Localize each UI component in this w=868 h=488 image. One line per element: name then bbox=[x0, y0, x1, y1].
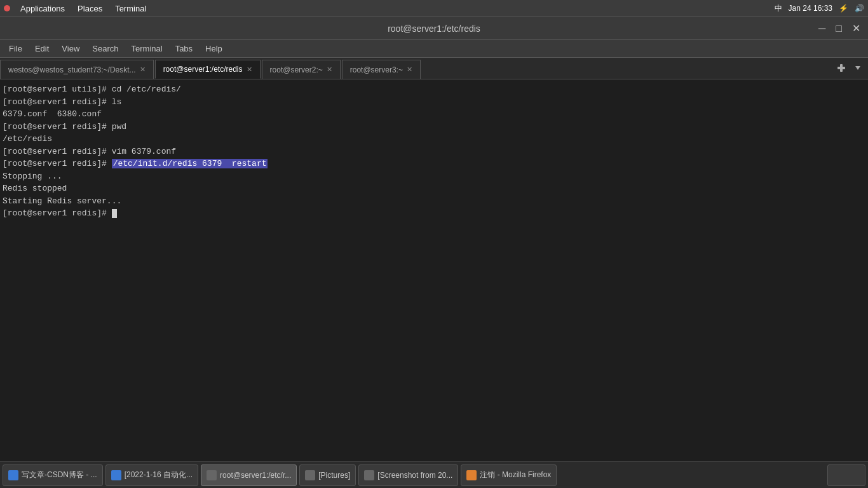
taskbar-item-screenshot[interactable]: [Screenshot from 20... bbox=[358, 464, 458, 486]
tab-server2[interactable]: root@server2:~ ✕ bbox=[262, 60, 341, 79]
svg-marker-2 bbox=[855, 66, 860, 70]
menu-file[interactable]: File bbox=[3, 43, 29, 55]
wifi-icon: ⚡ bbox=[839, 4, 848, 13]
taskbar-item-terminal[interactable]: root@server1:/etc/r... bbox=[201, 464, 297, 486]
taskbar: 写文章-CSDN博客 - ... [2022-1-16 自动化... root@… bbox=[0, 461, 868, 488]
highlighted-command: /etc/init.d/redis 6379 restart bbox=[112, 159, 268, 168]
top-bar-left: Applications Places Terminal bbox=[4, 3, 151, 15]
terminal-icon bbox=[207, 470, 217, 480]
tab-close-server1[interactable]: ✕ bbox=[247, 65, 252, 74]
tab-label-server2: root@server2:~ bbox=[270, 65, 323, 74]
taskbar-item-csdn[interactable]: 写文章-CSDN博客 - ... bbox=[3, 464, 103, 486]
applications-menu[interactable]: Applications bbox=[15, 3, 70, 15]
maximize-button[interactable]: □ bbox=[833, 23, 844, 34]
menu-help[interactable]: Help bbox=[199, 43, 229, 55]
tab-close-server3[interactable]: ✕ bbox=[407, 65, 412, 74]
line-7: [root@server1 redis]# /etc/init.d/redis … bbox=[3, 158, 865, 170]
tab-server3[interactable]: root@server3:~ ✕ bbox=[342, 60, 421, 79]
csdn-icon bbox=[8, 470, 18, 480]
line-3: 6379.conf 6380.conf bbox=[3, 108, 865, 121]
line-5: /etc/redis bbox=[3, 133, 865, 146]
line-11: [root@server1 redis]# bbox=[3, 207, 865, 220]
chrome-icon bbox=[111, 470, 121, 480]
tab-label-server3: root@server3:~ bbox=[350, 65, 403, 74]
line-1: [root@server1 utils]# cd /etc/redis/ bbox=[3, 83, 865, 96]
taskbar-label-terminal: root@server1:/etc/r... bbox=[220, 471, 291, 480]
window-controls: ─ □ ✕ bbox=[816, 22, 863, 34]
taskbar-label-chrome: [2022-1-16 自动化... bbox=[125, 470, 193, 480]
places-menu[interactable]: Places bbox=[72, 3, 107, 15]
line-10: Starting Redis server... bbox=[3, 195, 865, 208]
window-title: root@server1:/etc/redis bbox=[388, 24, 480, 34]
tab-westos[interactable]: westos@westos_student73:~/Deskt... ✕ bbox=[0, 60, 154, 79]
tabs-bar: westos@westos_student73:~/Deskt... ✕ roo… bbox=[0, 58, 868, 79]
line-8: Stopping ... bbox=[3, 170, 865, 183]
taskbar-label-pictures: [Pictures] bbox=[318, 471, 350, 480]
top-system-bar: Applications Places Terminal 中 Jan 24 16… bbox=[0, 0, 868, 17]
menu-terminal[interactable]: Terminal bbox=[125, 43, 169, 55]
line-4: [root@server1 redis]# pwd bbox=[3, 121, 865, 133]
taskbar-item-firefox[interactable]: 注销 - Mozilla Firefox bbox=[461, 464, 557, 486]
menu-bar: File Edit View Search Terminal Tabs Help bbox=[0, 40, 868, 58]
line-6: [root@server1 redis]# vim 6379.conf bbox=[3, 146, 865, 158]
minimize-button[interactable]: ─ bbox=[816, 23, 828, 34]
terminal-cursor bbox=[112, 209, 117, 218]
tab-label-server1: root@server1:/etc/redis bbox=[163, 65, 243, 74]
tab-close-westos[interactable]: ✕ bbox=[140, 65, 146, 74]
new-tab-button[interactable] bbox=[834, 60, 849, 76]
firefox-icon bbox=[466, 470, 477, 480]
terminal-window: root@server1:/etc/redis ─ □ ✕ File Edit … bbox=[0, 17, 868, 468]
volume-icon: 🔊 bbox=[855, 4, 864, 13]
terminal-content[interactable]: [root@server1 utils]# cd /etc/redis/ [ro… bbox=[0, 79, 868, 468]
top-bar-right: 中 Jan 24 16:33 ⚡ 🔊 bbox=[775, 3, 864, 14]
taskbar-item-pictures[interactable]: [Pictures] bbox=[299, 464, 356, 486]
title-bar: root@server1:/etc/redis ─ □ ✕ bbox=[0, 17, 868, 40]
tab-dropdown-button[interactable] bbox=[850, 60, 865, 76]
menu-edit[interactable]: Edit bbox=[29, 43, 55, 55]
close-button[interactable]: ✕ bbox=[850, 22, 863, 34]
datetime-label: Jan 24 16:33 bbox=[789, 4, 832, 13]
menu-search[interactable]: Search bbox=[86, 43, 125, 55]
taskbar-empty-slot bbox=[827, 464, 865, 486]
taskbar-item-chrome[interactable]: [2022-1-16 自动化... bbox=[105, 464, 198, 486]
input-method-icon: 中 bbox=[775, 3, 782, 14]
taskbar-label-csdn: 写文章-CSDN博客 - ... bbox=[22, 470, 97, 480]
screenshot-icon bbox=[364, 470, 374, 480]
line-9: Redis stopped bbox=[3, 182, 865, 195]
line-2: [root@server1 redis]# ls bbox=[3, 96, 865, 109]
pictures-icon bbox=[305, 470, 315, 480]
tab-label-westos: westos@westos_student73:~/Deskt... bbox=[8, 65, 136, 74]
taskbar-label-screenshot: [Screenshot from 20... bbox=[377, 471, 452, 480]
menu-view[interactable]: View bbox=[55, 43, 86, 55]
terminal-menu-top[interactable]: Terminal bbox=[110, 3, 151, 15]
taskbar-label-firefox: 注销 - Mozilla Firefox bbox=[480, 470, 551, 480]
menu-tabs[interactable]: Tabs bbox=[169, 43, 199, 55]
system-indicator bbox=[4, 5, 10, 11]
tab-server1[interactable]: root@server1:/etc/redis ✕ bbox=[155, 60, 261, 79]
tab-close-server2[interactable]: ✕ bbox=[327, 65, 332, 74]
svg-rect-1 bbox=[837, 67, 845, 69]
